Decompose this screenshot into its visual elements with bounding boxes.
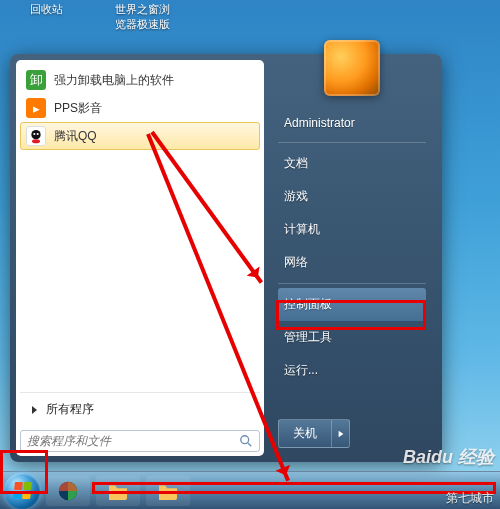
program-label: PPS影音 [54, 100, 102, 117]
qq-icon [26, 126, 46, 146]
folder-icon [157, 482, 179, 500]
program-item-uninstall[interactable]: 卸 强力卸载电脑上的软件 [20, 66, 260, 94]
svg-point-3 [37, 133, 39, 135]
watermark-site: 第七城市 [446, 490, 494, 507]
svg-point-4 [241, 436, 249, 444]
folder-icon [107, 482, 129, 500]
desktop-icon-recycle-bin[interactable]: 回收站 [16, 2, 76, 32]
menu-item-network[interactable]: 网络 [278, 246, 426, 279]
menu-item-control-panel[interactable]: 控制面板 [278, 288, 426, 321]
menu-separator [278, 142, 426, 143]
svg-point-2 [33, 133, 35, 135]
search-icon [239, 434, 253, 448]
menu-separator [278, 283, 426, 284]
desktop-icon-browser[interactable]: 世界之窗浏览器极速版 [112, 2, 172, 32]
shutdown-button[interactable]: 关机 [278, 419, 350, 448]
menu-item-computer[interactable]: 计算机 [278, 213, 426, 246]
program-item-qq[interactable]: 腾讯QQ [20, 122, 260, 150]
chevron-right-icon [337, 430, 345, 438]
username-item[interactable]: Administrator [278, 108, 426, 138]
globe-icon [57, 480, 79, 502]
desktop-icons: 回收站 世界之窗浏览器极速版 [16, 2, 172, 32]
watermark-baidu: Baidu 经验 [403, 445, 494, 469]
program-label: 强力卸载电脑上的软件 [54, 72, 174, 89]
start-menu-left-pane: 卸 强力卸载电脑上的软件 ▸ PPS影音 腾讯QQ 所有程序 [16, 60, 264, 456]
svg-point-0 [31, 130, 40, 139]
all-programs-button[interactable]: 所有程序 [20, 392, 260, 426]
user-avatar[interactable] [324, 40, 380, 96]
start-orb[interactable] [4, 473, 40, 509]
start-menu-right-pane: Administrator 文档 游戏 计算机 网络 控制面板 管理工具 运行.… [264, 60, 436, 456]
program-label: 腾讯QQ [54, 128, 97, 145]
menu-item-documents[interactable]: 文档 [278, 147, 426, 180]
all-programs-label: 所有程序 [46, 401, 94, 418]
desktop-icon-label: 回收站 [16, 2, 76, 17]
taskbar [0, 471, 500, 509]
svg-point-1 [32, 139, 40, 143]
svg-line-5 [248, 443, 251, 446]
uninstall-icon: 卸 [26, 70, 46, 90]
desktop-icon-label: 世界之窗浏览器极速版 [112, 2, 172, 32]
menu-item-games[interactable]: 游戏 [278, 180, 426, 213]
chevron-right-icon [30, 405, 40, 415]
pps-icon: ▸ [26, 98, 46, 118]
program-list: 卸 强力卸载电脑上的软件 ▸ PPS影音 腾讯QQ [20, 66, 260, 388]
taskbar-icon-folder-2[interactable] [146, 476, 190, 506]
start-menu: 卸 强力卸载电脑上的软件 ▸ PPS影音 腾讯QQ 所有程序 Admin [10, 54, 442, 462]
taskbar-icon-folder[interactable] [96, 476, 140, 506]
menu-item-admin-tools[interactable]: 管理工具 [278, 321, 426, 354]
windows-logo-icon [13, 482, 32, 499]
taskbar-icon-browser[interactable] [46, 476, 90, 506]
search-box[interactable] [20, 430, 260, 452]
shutdown-options-arrow[interactable] [331, 420, 349, 447]
program-item-pps[interactable]: ▸ PPS影音 [20, 94, 260, 122]
search-input[interactable] [27, 434, 239, 448]
menu-item-run[interactable]: 运行... [278, 354, 426, 387]
shutdown-label: 关机 [279, 420, 331, 447]
